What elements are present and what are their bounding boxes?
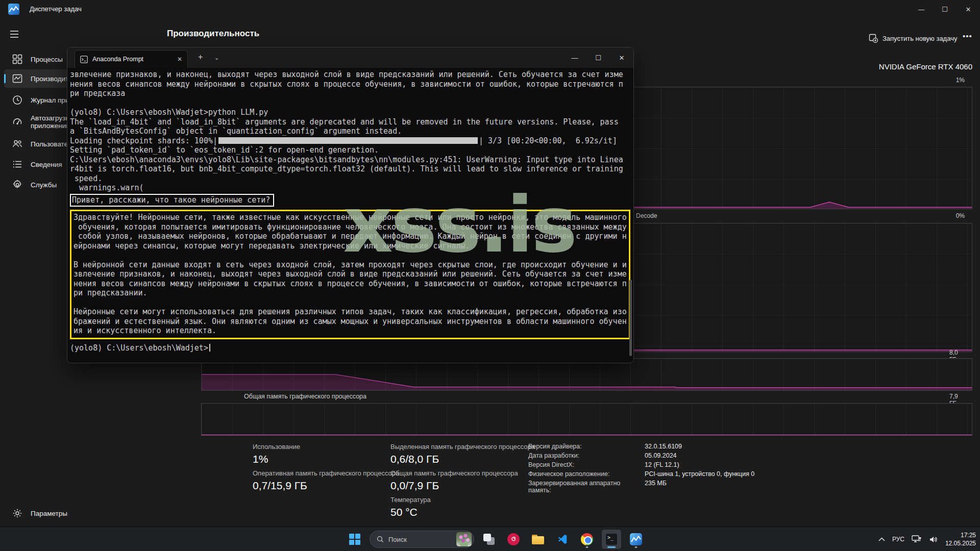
run-new-task-button[interactable]: Запустить новую задачу (865, 31, 961, 46)
driver-date-row: Дата разработки:05.09.2024 (528, 452, 845, 459)
user-question: Привет, расскажи, что такое нейронные се… (72, 195, 270, 205)
search-icon (377, 536, 384, 543)
page-title: Производительность (167, 29, 259, 39)
gpu-shared-memory-label: Общая память графического процессора (244, 393, 366, 400)
gpu-decode-scale: 0% (956, 212, 965, 219)
vscode-button[interactable] (553, 530, 572, 549)
processes-icon (12, 54, 22, 64)
sidebar-item-settings[interactable]: Параметры (4, 504, 106, 522)
progress-bar (218, 137, 478, 144)
gpu-decode-label: Decode (636, 212, 657, 219)
folder-icon (532, 535, 544, 544)
usage-label: Использование (253, 443, 300, 450)
debian-swirl-icon (507, 533, 520, 545)
task-manager-app-icon (8, 4, 19, 15)
speaker-icon[interactable] (929, 536, 938, 543)
tab-dropdown-icon[interactable]: ⌄ (214, 55, 219, 61)
run-new-task-label: Запустить новую задачу (883, 35, 957, 42)
terminal-close-button[interactable]: ✕ (610, 47, 633, 68)
terminal-titlebar[interactable]: Anaconda Prompt ✕ + ⌄ — ☐ ✕ (67, 47, 633, 68)
physical-location-row: Физическое расположение:PCI-шина 1, устр… (528, 470, 845, 478)
terminal-scrollbar[interactable] (629, 280, 632, 356)
close-button[interactable]: ✕ (957, 0, 980, 18)
search-placeholder: Поиск (388, 536, 407, 543)
shared-memory-label: Общая память графического процессора (390, 469, 518, 477)
sidebar-item-label: Автозагрузка приложений (31, 114, 72, 130)
reserved-memory-row: Зарезервированная аппаратно память:235 М… (528, 480, 845, 494)
hamburger-menu-icon[interactable] (7, 28, 21, 41)
taskbar-search[interactable]: Поиск (370, 531, 474, 548)
terminal-text: звлечение признаков, и наконец, выходят … (70, 70, 633, 136)
terminal-maximize-button[interactable]: ☐ (586, 47, 610, 68)
tab-close-icon[interactable]: ✕ (177, 56, 182, 63)
more-options-button[interactable]: ••• (963, 32, 972, 40)
language-indicator[interactable]: РУС (892, 536, 904, 543)
startup-apps-icon (12, 117, 22, 127)
services-icon (12, 180, 22, 190)
tray-time: 17:25 (945, 531, 976, 539)
task-manager-taskbar-button[interactable] (626, 530, 646, 549)
text-cursor (209, 344, 210, 352)
task-manager-titlebar[interactable]: Диспетчер задач — ☐ ✕ (0, 0, 980, 18)
terminal-minimize-button[interactable]: — (563, 47, 586, 68)
terminal-tab-title: Anaconda Prompt (92, 56, 143, 63)
temperature-label: Температура (390, 496, 431, 504)
task-manager-icon (630, 533, 642, 545)
driver-version-row: Версия драйвера:32.0.15.6109 (528, 443, 845, 450)
new-tab-button[interactable]: + (198, 53, 203, 62)
progress-line: Loading checkpoint shards: 100%|| 3/3 [0… (70, 136, 633, 146)
gpu-ram-label: Оперативная память графического процессо… (253, 469, 399, 477)
performance-icon (12, 73, 22, 84)
sidebar-item-label: Процессы (31, 56, 63, 63)
screen: Диспетчер задач — ☐ ✕ Процессы Производи… (0, 0, 980, 551)
gpu-shared-memory-chart (201, 403, 972, 436)
file-explorer-button[interactable] (528, 530, 548, 549)
command-prompt[interactable]: (yolo8) C:\Users\ebosh\Wadjet> (70, 343, 633, 353)
active-indicator (607, 546, 616, 548)
gpu-utilization-scale: 1% (956, 77, 965, 84)
running-indicator (635, 546, 638, 548)
chrome-icon (581, 533, 593, 545)
taskbar: Поиск >_ РУС (0, 527, 980, 551)
minimize-button[interactable]: — (910, 0, 933, 18)
terminal-tab[interactable]: Anaconda Prompt ✕ (75, 50, 188, 68)
window-title: Диспетчер задач (30, 5, 82, 13)
directx-version-row: Версия DirectX:12 (FL 12.1) (528, 461, 845, 468)
task-view-button[interactable] (479, 530, 499, 549)
user-question-highlight-box: Привет, расскажи, что такое нейронные се… (70, 194, 274, 207)
windows-logo-icon (349, 534, 360, 545)
dedicated-memory-label: Выделенная память графического процессор… (390, 443, 535, 450)
tray-chevron-up-icon[interactable] (878, 537, 885, 541)
details-icon (12, 159, 22, 169)
xss-watermark: xss.is (343, 180, 575, 270)
network-icon[interactable] (912, 535, 922, 543)
start-button[interactable] (345, 530, 364, 549)
console-icon (80, 56, 88, 63)
gear-icon (12, 508, 22, 518)
temperature-value: 50 °C (390, 506, 418, 518)
sidebar-item-label: Сведения (31, 161, 62, 168)
users-icon (12, 139, 22, 149)
chrome-button[interactable] (577, 530, 597, 549)
search-highlight-image[interactable] (456, 532, 472, 546)
terminal-icon: >_ (605, 533, 618, 545)
task-view-icon (483, 534, 495, 545)
tray-date: 12.05.2025 (945, 539, 976, 547)
gpu-name: NVIDIA GeForce RTX 4060 (879, 62, 972, 71)
terminal-taskbar-button[interactable]: >_ (602, 530, 621, 549)
sidebar-item-label: Параметры (31, 510, 67, 517)
shared-memory-value: 0,0/7,9 ГБ (390, 480, 439, 492)
new-task-icon (869, 34, 878, 43)
usage-value: 1% (253, 453, 268, 465)
maximize-button[interactable]: ☐ (933, 0, 957, 18)
vscode-icon (557, 534, 568, 545)
app-history-icon (12, 95, 22, 105)
running-indicator (586, 546, 589, 548)
tray-clock[interactable]: 17:25 12.05.2025 (945, 531, 976, 547)
gpu-ram-value: 0,7/15,9 ГБ (253, 480, 307, 492)
sidebar-item-label: Службы (31, 181, 57, 189)
debian-app-button[interactable] (504, 530, 523, 549)
dedicated-memory-value: 0,6/8,0 ГБ (390, 453, 439, 465)
